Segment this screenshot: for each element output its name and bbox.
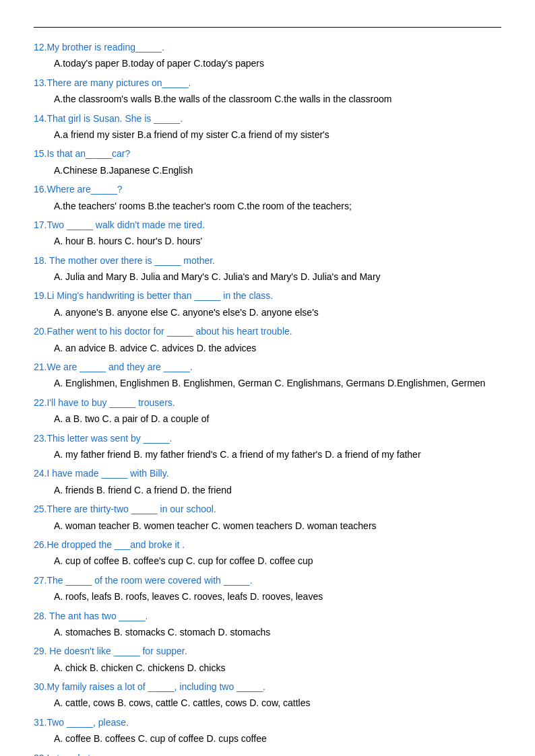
question-block-12: 23.This letter was sent by _____.A. my f… xyxy=(34,431,501,462)
options-line-1: A.today's paper B.today of paper C.today… xyxy=(34,56,501,71)
options-line-14: A. woman teacher B. women teacher C. wom… xyxy=(34,518,501,533)
question-text-17: 28. The ant has two _____. xyxy=(34,609,501,623)
question-text-19: 30.My family raises a lot of _____, incl… xyxy=(34,679,501,694)
question-text-1: 12.My brother is reading_____. xyxy=(34,40,501,55)
question-text-7: 18. The mother over there is _____ mothe… xyxy=(34,253,501,268)
question-block-21: 32.I stayed at _____.A. Xiao Wang's B. W… xyxy=(34,751,501,756)
question-block-2: 13.There are many pictures on_____.A.the… xyxy=(34,75,501,107)
options-line-20: A. coffee B. coffees C. cup of coffee D.… xyxy=(34,731,501,746)
question-text-13: 24.I have made _____ with Billy. xyxy=(34,466,501,481)
question-text-6: 17.Two _____ walk didn't made me tired. xyxy=(34,217,501,232)
options-line-18: A. chick B. chicken C. chickens D. chick… xyxy=(34,660,501,675)
question-block-13: 24.I have made _____ with Billy.A. frien… xyxy=(34,466,501,497)
options-line-17: A. stomaches B. stomacks C. stomach D. s… xyxy=(34,625,501,640)
question-block-7: 18. The mother over there is _____ mothe… xyxy=(34,253,501,285)
question-block-18: 29. He doesn't like _____ for supper.A. … xyxy=(34,644,501,675)
options-line-15: A. cup of coffee B. coffee's cup C. cup … xyxy=(34,553,501,568)
question-text-12: 23.This letter was sent by _____. xyxy=(34,431,501,446)
question-text-11: 22.I'll have to buy _____ trousers. xyxy=(34,395,501,410)
options-line-6: A. hour B. hours C. hour's D. hours' xyxy=(34,234,501,248)
question-block-19: 30.My family raises a lot of _____, incl… xyxy=(34,679,501,711)
question-block-10: 21.We are _____ and they are _____.A. En… xyxy=(34,359,501,391)
question-block-1: 12.My brother is reading_____.A.today's … xyxy=(34,40,501,71)
question-block-16: 27.The _____ of the room were covered wi… xyxy=(34,573,501,605)
question-block-11: 22.I'll have to buy _____ trousers.A. a … xyxy=(34,395,501,427)
question-text-5: 16.Where are_____? xyxy=(34,182,501,197)
options-line-19: A. cattle, cows B. cows, cattle C. cattl… xyxy=(34,695,501,710)
options-line-3: A.a friend my sister B.a friend of my si… xyxy=(34,127,501,142)
question-text-9: 20.Father went to his doctor for _____ a… xyxy=(34,324,501,339)
question-text-10: 21.We are _____ and they are _____. xyxy=(34,359,501,374)
options-line-7: A. Julia and Mary B. Julia and Mary's C.… xyxy=(34,269,501,284)
question-text-8: 19.Li Ming's handwriting is better than … xyxy=(34,288,501,303)
options-line-11: A. a B. two C. a pair of D. a couple of xyxy=(34,411,501,426)
question-block-8: 19.Li Ming's handwriting is better than … xyxy=(34,288,501,320)
question-block-4: 15.Is that an_____car?A.Chinese B.Japane… xyxy=(34,146,501,178)
question-text-21: 32.I stayed at _____. xyxy=(34,751,501,756)
question-block-14: 25.There are thirty-two _____ in our sch… xyxy=(34,502,501,533)
options-line-13: A. friends B. friend C. a friend D. the … xyxy=(34,483,501,497)
question-text-14: 25.There are thirty-two _____ in our sch… xyxy=(34,502,501,516)
question-text-16: 27.The _____ of the room were covered wi… xyxy=(34,573,501,588)
question-block-5: 16.Where are_____?A.the teachers' rooms … xyxy=(34,182,501,213)
question-text-18: 29. He doesn't like _____ for supper. xyxy=(34,644,501,658)
options-line-9: A. an advice B. advice C. advices D. the… xyxy=(34,341,501,355)
question-block-20: 31.Two _____, please.A. coffee B. coffee… xyxy=(34,715,501,747)
question-text-4: 15.Is that an_____car? xyxy=(34,146,501,161)
options-line-4: A.Chinese B.Japanese C.English xyxy=(34,163,501,178)
question-block-6: 17.Two _____ walk didn't made me tired.A… xyxy=(34,217,501,249)
question-text-15: 26.He dropped the ___and broke it . xyxy=(34,537,501,552)
question-text-2: 13.There are many pictures on_____. xyxy=(34,75,501,90)
options-line-8: A. anyone's B. anyone else C. anyone's e… xyxy=(34,305,501,320)
question-block-3: 14.That girl is Susan. She is _____.A.a … xyxy=(34,111,501,143)
options-line-10: A. Englishmen, Englishmen B. Englishmen,… xyxy=(34,376,501,390)
question-block-17: 28. The ant has two _____.A. stomaches B… xyxy=(34,609,501,640)
options-line-2: A.the classroom's walls B.the walls of t… xyxy=(34,92,501,106)
question-text-3: 14.That girl is Susan. She is _____. xyxy=(34,111,501,126)
top-divider xyxy=(34,27,501,28)
question-text-20: 31.Two _____, please. xyxy=(34,715,501,730)
options-line-16: A. roofs, leafs B. roofs, leaves C. roov… xyxy=(34,589,501,604)
options-line-5: A.the teachers' rooms B.the teacher's ro… xyxy=(34,199,501,213)
question-block-15: 26.He dropped the ___and broke it .A. cu… xyxy=(34,537,501,569)
questions-container: 12.My brother is reading_____.A.today's … xyxy=(34,40,501,756)
options-line-12: A. my father friend B. my father friend'… xyxy=(34,447,501,462)
question-block-9: 20.Father went to his doctor for _____ a… xyxy=(34,324,501,355)
